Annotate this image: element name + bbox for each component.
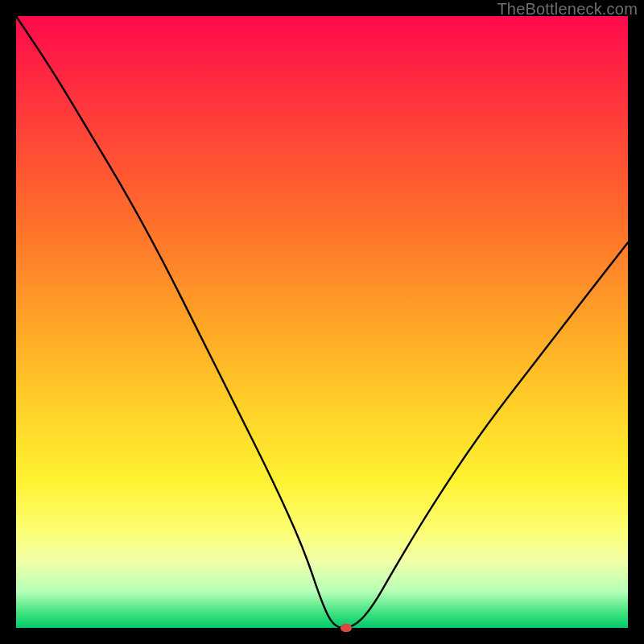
bottleneck-curve-path xyxy=(16,16,628,628)
curve-svg xyxy=(16,16,628,628)
chart-frame: TheBottleneck.com xyxy=(0,0,644,644)
plot-area xyxy=(16,16,628,628)
optimal-point-marker xyxy=(341,624,352,632)
